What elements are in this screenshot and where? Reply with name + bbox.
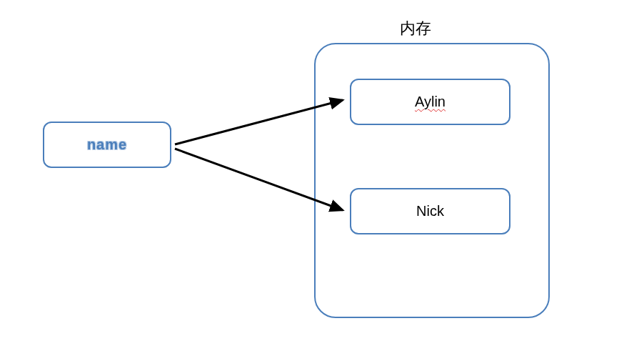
variable-box: name — [43, 122, 171, 168]
memory-title: 内存 — [400, 18, 431, 39]
memory-slot-1: Nick — [350, 188, 510, 234]
memory-slot-0-value: Aylin — [415, 94, 446, 110]
variable-label: name — [87, 137, 127, 153]
memory-slot-0: Aylin — [350, 79, 510, 125]
memory-slot-1-value: Nick — [416, 203, 444, 219]
